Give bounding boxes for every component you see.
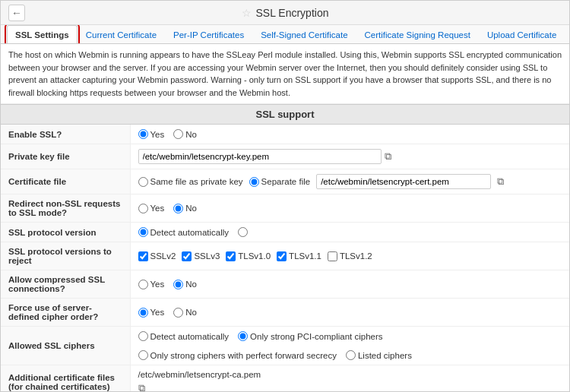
additional-cert-group: /etc/webmin/letsencrypt-ca.pem ⧉ <box>138 370 562 391</box>
cert-file-copy-icon[interactable]: ⧉ <box>497 175 504 188</box>
compressed-ssl-field: Yes No <box>130 270 569 299</box>
ciphers-pci-radio[interactable] <box>238 331 248 341</box>
compressed-ssl-row: Allow compressed SSL connections? Yes No <box>1 270 569 299</box>
cipher-order-group: Yes No <box>138 308 562 318</box>
private-key-field: ⧉ <box>130 144 569 169</box>
tlsv12-checkbox-item[interactable]: TLSv1.2 <box>328 251 372 261</box>
ciphers-pci[interactable]: Only strong PCI-compliant ciphers <box>238 331 382 341</box>
tab-certificate-signing-request[interactable]: Certificate Signing Request <box>356 25 479 44</box>
additional-cert-label: Additional certificate files (for chaine… <box>1 365 130 392</box>
sslv3-checkbox[interactable] <box>182 251 192 261</box>
additional-cert-row: Additional certificate files (for chaine… <box>1 365 569 392</box>
compressed-no[interactable]: No <box>173 280 197 289</box>
additional-cert-value: /etc/webmin/letsencrypt-ca.pem <box>138 370 562 379</box>
star-icon[interactable]: ☆ <box>242 7 252 19</box>
private-key-input-group: ⧉ <box>138 149 562 164</box>
ssl-protocol-version-label: SSL protocol version <box>1 223 130 242</box>
enable-ssl-label: Enable SSL? <box>1 125 130 144</box>
enable-ssl-no-radio[interactable] <box>173 129 183 139</box>
form-table: Enable SSL? Yes No Private key file <box>1 125 569 391</box>
tab-bar: SSL Settings Current Certificate Per-IP … <box>1 25 569 44</box>
allowed-ciphers-label: Allowed SSL ciphers <box>1 327 130 365</box>
ciphers-detect-auto[interactable]: Detect automatically <box>138 331 230 341</box>
private-key-label: Private key file <box>1 144 130 169</box>
redirect-ssl-radio-group: Yes No <box>138 204 562 213</box>
compressed-no-radio[interactable] <box>173 280 183 289</box>
ssl-reject-field: SSLv2 SSLv3 TLSv1.0 TLSv1.1 TLSv1.2 <box>130 242 569 270</box>
redirect-yes-radio[interactable] <box>138 204 148 213</box>
ssl-protocol-other-radio[interactable] <box>238 227 248 237</box>
ciphers-listed-radio[interactable] <box>346 350 356 360</box>
sslv2-checkbox[interactable] <box>138 251 148 261</box>
compressed-ssl-group: Yes No <box>138 280 562 289</box>
redirect-no-radio[interactable] <box>173 204 183 213</box>
allowed-ciphers-field: Detect automatically Only strong PCI-com… <box>130 327 569 365</box>
compressed-yes-radio[interactable] <box>138 280 148 289</box>
cipher-order-row: Force use of server-defined cipher order… <box>1 299 569 327</box>
cert-separate-radio[interactable] <box>249 177 259 187</box>
info-bar: The host on which Webmin is running appe… <box>1 44 569 104</box>
cipher-order-yes[interactable]: Yes <box>138 308 165 318</box>
tlsv10-checkbox[interactable] <box>226 251 236 261</box>
ssl-protocol-version-field: Detect automatically <box>130 223 569 242</box>
ssl-reject-label: SSL protocol versions to reject <box>1 242 130 270</box>
cipher-order-field: Yes No <box>130 299 569 327</box>
compressed-ssl-label: Allow compressed SSL connections? <box>1 270 130 299</box>
enable-ssl-radio-group: Yes No <box>138 129 562 139</box>
redirect-no[interactable]: No <box>173 204 197 213</box>
cipher-order-no-radio[interactable] <box>173 308 183 318</box>
ssl-detect-auto-radio[interactable] <box>138 227 148 237</box>
tab-current-certificate[interactable]: Current Certificate <box>78 25 165 44</box>
redirect-yes[interactable]: Yes <box>138 204 165 213</box>
certificate-file-field: Same file as private key Separate file ⧉ <box>130 169 569 194</box>
page-title: SSL Encryption <box>256 7 329 19</box>
tab-upload-certificate[interactable]: Upload Certificate <box>479 25 565 44</box>
enable-ssl-yes-radio[interactable] <box>138 129 148 139</box>
private-key-copy-icon[interactable]: ⧉ <box>385 150 391 163</box>
redirect-ssl-field: Yes No <box>130 194 569 223</box>
tlsv10-checkbox-item[interactable]: TLSv1.0 <box>226 251 271 261</box>
cert-same-as-key[interactable]: Same file as private key <box>138 177 243 187</box>
ciphers-forward-secrecy[interactable]: Only strong ciphers with perfect forward… <box>138 350 337 360</box>
tab-per-ip-certificates[interactable]: Per-IP Certificates <box>165 25 252 44</box>
additional-cert-copy-icon[interactable]: ⧉ <box>138 382 562 391</box>
cert-same-radio[interactable] <box>138 177 148 187</box>
ssl-support-header: SSL support <box>1 104 569 125</box>
additional-cert-field: /etc/webmin/letsencrypt-ca.pem ⧉ <box>130 365 569 392</box>
cipher-order-no[interactable]: No <box>173 308 197 318</box>
redirect-ssl-label: Redirect non-SSL requests to SSL mode? <box>1 194 130 223</box>
private-key-input[interactable] <box>138 149 382 164</box>
enable-ssl-row: Enable SSL? Yes No <box>1 125 569 144</box>
private-key-row: Private key file ⧉ <box>1 144 569 169</box>
cipher-order-label: Force use of server-defined cipher order… <box>1 299 130 327</box>
tlsv11-checkbox[interactable] <box>277 251 287 261</box>
ciphers-detect-radio[interactable] <box>138 331 148 341</box>
ssl-detect-auto[interactable]: Detect automatically <box>138 227 230 237</box>
tlsv12-checkbox[interactable] <box>328 251 337 261</box>
allowed-ciphers-group: Detect automatically Only strong PCI-com… <box>138 331 562 360</box>
ssl-protocol-version-group: Detect automatically <box>138 227 562 237</box>
ciphers-pfs-radio[interactable] <box>138 350 148 360</box>
compressed-yes[interactable]: Yes <box>138 280 165 289</box>
tab-lets-encrypt[interactable]: Let's Encrypt <box>565 25 569 44</box>
sslv3-checkbox-item[interactable]: SSLv3 <box>182 251 220 261</box>
title-bar: ← ☆ SSL Encryption <box>1 1 569 25</box>
ssl-reject-row: SSL protocol versions to reject SSLv2 SS… <box>1 242 569 270</box>
tlsv11-checkbox-item[interactable]: TLSv1.1 <box>277 251 321 261</box>
sslv2-checkbox-item[interactable]: SSLv2 <box>138 251 176 261</box>
tab-ssl-settings[interactable]: SSL Settings <box>7 25 78 44</box>
enable-ssl-no[interactable]: No <box>173 129 197 139</box>
allowed-ciphers-row: Allowed SSL ciphers Detect automatically… <box>1 327 569 365</box>
cipher-order-yes-radio[interactable] <box>138 308 148 318</box>
tab-self-signed-certificate[interactable]: Self-Signed Certificate <box>252 25 356 44</box>
cert-separate-file[interactable]: Separate file <box>249 177 311 187</box>
ssl-protocol-other[interactable] <box>238 227 248 237</box>
redirect-ssl-row: Redirect non-SSL requests to SSL mode? Y… <box>1 194 569 223</box>
back-button[interactable]: ← <box>8 5 25 21</box>
certificate-file-row: Certificate file Same file as private ke… <box>1 169 569 194</box>
enable-ssl-field: Yes No <box>130 125 569 144</box>
ciphers-listed[interactable]: Listed ciphers <box>346 350 412 360</box>
cert-file-input[interactable] <box>316 174 491 189</box>
ssl-reject-group: SSLv2 SSLv3 TLSv1.0 TLSv1.1 TLSv1.2 <box>138 251 562 261</box>
enable-ssl-yes[interactable]: Yes <box>138 129 165 139</box>
